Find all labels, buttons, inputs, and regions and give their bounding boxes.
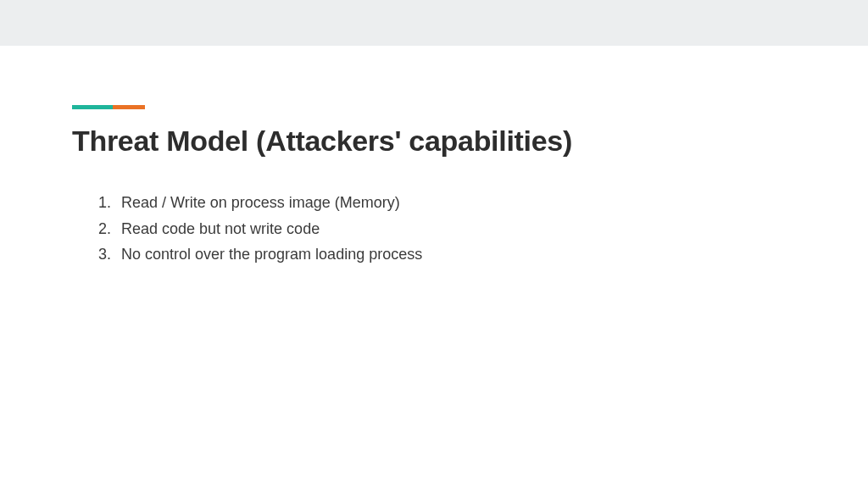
accent-teal-segment — [72, 105, 113, 109]
list-number: 1. — [97, 190, 121, 216]
header-bar — [0, 0, 868, 46]
list-item: 1. Read / Write on process image (Memory… — [97, 190, 796, 216]
list-text: Read / Write on process image (Memory) — [121, 190, 400, 216]
slide-content: Threat Model (Attackers' capabilities) 1… — [0, 46, 868, 268]
list-item: 3. No control over the program loading p… — [97, 241, 796, 268]
accent-divider — [72, 105, 796, 109]
capabilities-list: 1. Read / Write on process image (Memory… — [72, 190, 796, 268]
list-text: Read code but not write code — [121, 216, 320, 242]
list-item: 2. Read code but not write code — [97, 216, 796, 242]
list-number: 3. — [97, 241, 121, 268]
list-number: 2. — [97, 216, 121, 242]
list-text: No control over the program loading proc… — [121, 241, 422, 268]
accent-orange-segment — [113, 105, 145, 109]
slide-title: Threat Model (Attackers' capabilities) — [72, 125, 796, 158]
